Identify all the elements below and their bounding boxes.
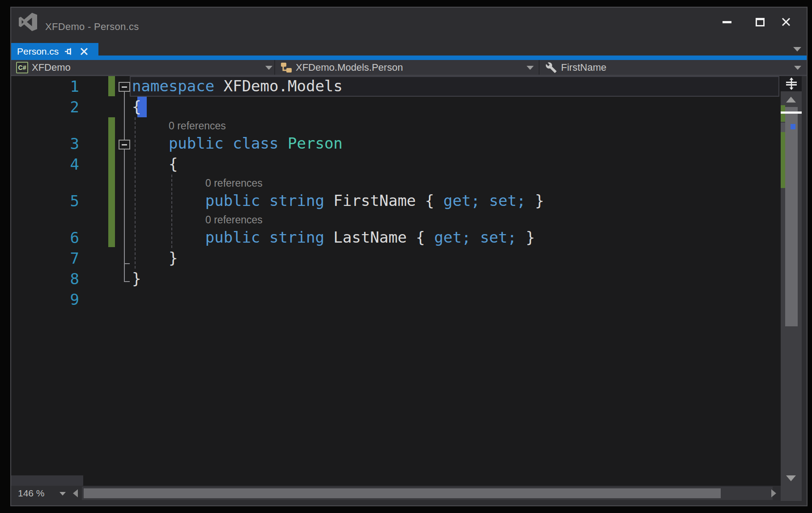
class-icon — [280, 61, 293, 74]
outline-guide-line — [124, 92, 125, 282]
horizontal-scrollbar-thumb[interactable] — [84, 488, 721, 498]
outline-end-bracket — [124, 281, 130, 282]
code-line: 7 } — [11, 248, 781, 269]
outline-end-bracket — [124, 263, 130, 264]
type-dropdown-label: XFDemo.Models.Person — [296, 62, 403, 73]
codelens-references[interactable]: 0 references — [205, 214, 263, 226]
minus-icon — [122, 86, 127, 88]
line-number: 4 — [11, 155, 79, 173]
member-dropdown-label: FirstName — [561, 62, 606, 73]
active-tab-underline — [11, 56, 807, 60]
editor-splitter-handle[interactable] — [781, 76, 802, 91]
zoom-level: 146 % — [18, 488, 45, 499]
nav-separator — [539, 60, 540, 75]
chevron-down-icon[interactable] — [265, 66, 272, 70]
codelens-references[interactable]: 0 references — [169, 120, 226, 132]
chevron-down-icon[interactable] — [527, 66, 534, 70]
line-number: 1 — [11, 77, 79, 95]
code-editor[interactable]: 1 namespace XFDemo.Models 2 { 0 referenc… — [11, 76, 781, 486]
pin-tab-button[interactable] — [64, 47, 74, 56]
scroll-left-arrow[interactable] — [73, 489, 78, 497]
minus-icon — [122, 144, 127, 145]
code-line: 4 { — [11, 154, 781, 175]
collapse-region-button[interactable] — [119, 82, 130, 92]
window-title: XFDemo - Person.cs — [45, 21, 139, 33]
code-line: 8 } — [11, 269, 781, 289]
code-line: 6 public string LastName { get; set; } — [11, 227, 781, 248]
horizontal-scrollbar-row: 146 % — [11, 486, 781, 501]
project-dropdown-label: XFDemo — [32, 62, 71, 73]
codelens-references[interactable]: 0 references — [205, 177, 263, 189]
navigation-bar: C# XFDemo XFDemo.Models.Person FirstName — [11, 60, 807, 76]
minimize-icon — [723, 21, 731, 23]
line-number: 2 — [11, 98, 79, 116]
vertical-scrollbar-thumb[interactable] — [785, 107, 798, 326]
wrench-icon — [545, 62, 557, 73]
document-list-dropdown[interactable] — [793, 47, 801, 51]
code-line: 2 { — [11, 97, 781, 117]
change-bar — [108, 76, 115, 96]
codelens-row: 0 references — [11, 175, 781, 191]
close-icon — [79, 47, 89, 56]
scroll-up-arrow[interactable] — [786, 97, 796, 103]
codelens-row: 0 references — [11, 211, 781, 227]
scroll-region-marker — [781, 123, 785, 132]
project-dropdown[interactable]: C# XFDemo — [16, 60, 71, 75]
line-number: 6 — [11, 229, 79, 247]
scroll-caret-marker — [781, 111, 802, 114]
change-bar — [108, 117, 115, 247]
minimize-button[interactable] — [717, 14, 737, 30]
close-tab-button[interactable] — [79, 47, 89, 56]
vs-main-window: XFDemo - Person.cs Person.cs C — [10, 7, 808, 506]
vs-logo-icon — [18, 12, 38, 32]
chevron-down-icon[interactable] — [794, 66, 801, 70]
code-line: 9 — [11, 289, 781, 310]
collapse-region-button[interactable] — [119, 140, 130, 150]
csharp-project-icon: C# — [16, 62, 28, 73]
line-number: 3 — [11, 135, 79, 153]
type-dropdown[interactable]: XFDemo.Models.Person — [280, 60, 403, 75]
scroll-cursor-marker — [791, 124, 795, 129]
tab-label: Person.cs — [17, 46, 59, 57]
scroll-down-arrow[interactable] — [786, 475, 796, 481]
scroll-change-marker — [781, 132, 785, 188]
scroll-right-arrow[interactable] — [771, 489, 776, 497]
vertical-scrollbar[interactable] — [781, 76, 802, 501]
tab-person-cs[interactable]: Person.cs — [11, 43, 98, 60]
codelens-row: 0 references — [11, 117, 781, 133]
title-bar: XFDemo - Person.cs — [11, 8, 807, 42]
maximize-button[interactable] — [750, 14, 770, 30]
member-dropdown[interactable]: FirstName — [545, 60, 606, 75]
zoom-dropdown-arrow[interactable] — [60, 492, 66, 496]
code-line: 5 public string FirstName { get; set; } — [11, 191, 781, 211]
close-window-button[interactable] — [776, 14, 796, 30]
line-number: 8 — [11, 270, 79, 288]
scroll-corner-box — [11, 475, 83, 486]
nav-separator — [274, 60, 275, 75]
maximize-icon — [756, 18, 765, 26]
line-number: 9 — [11, 291, 79, 308]
close-icon — [781, 17, 791, 27]
split-editor-icon — [784, 77, 799, 90]
line-number: 7 — [11, 249, 79, 267]
line-number: 5 — [11, 192, 79, 210]
pin-icon — [64, 47, 74, 56]
